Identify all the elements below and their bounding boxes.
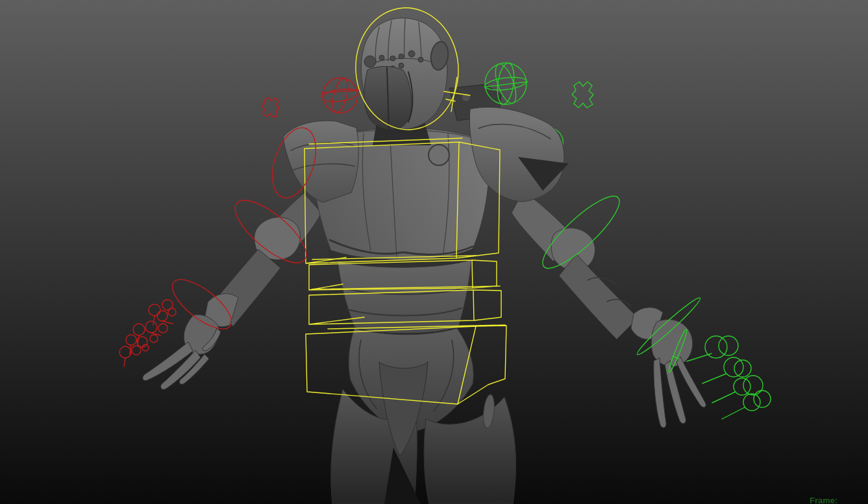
viewport-3d[interactable]: Frame: — [0, 0, 868, 504]
hud-frame-label: Frame: — [810, 496, 837, 504]
